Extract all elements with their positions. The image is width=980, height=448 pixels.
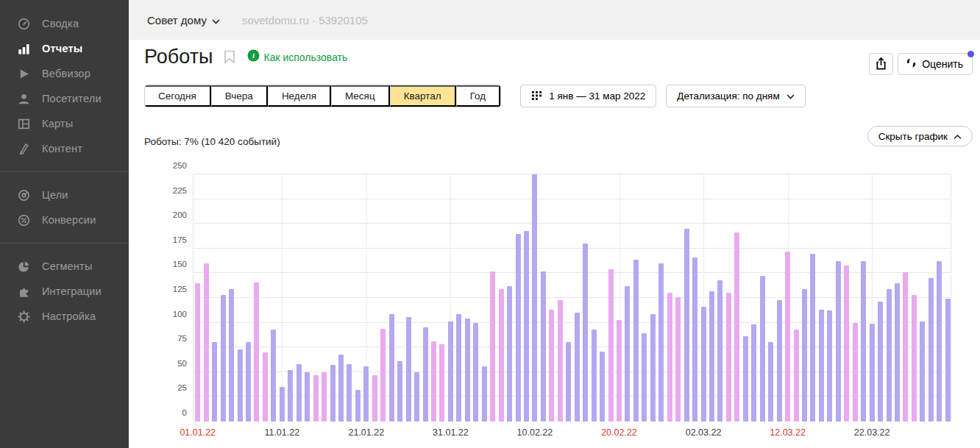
- bar[interactable]: [482, 366, 487, 422]
- bar[interactable]: [490, 271, 495, 422]
- bar[interactable]: [928, 278, 934, 422]
- sidebar-item-content[interactable]: Контент: [0, 136, 129, 161]
- bar[interactable]: [280, 387, 285, 422]
- sidebar-item-reports[interactable]: Отчеты: [0, 36, 129, 61]
- bar[interactable]: [709, 291, 714, 422]
- bar[interactable]: [473, 323, 478, 422]
- bar[interactable]: [658, 263, 664, 422]
- hide-chart-button[interactable]: Скрыть график: [867, 126, 973, 146]
- sidebar-item-settings[interactable]: Настройка: [0, 304, 129, 329]
- bookmark-icon[interactable]: [224, 50, 235, 64]
- bar[interactable]: [625, 286, 630, 422]
- bar[interactable]: [516, 234, 521, 422]
- bar[interactable]: [271, 330, 276, 422]
- period-quarter-button[interactable]: Квартал: [390, 85, 456, 107]
- bar[interactable]: [431, 341, 436, 422]
- bar[interactable]: [819, 310, 824, 422]
- sidebar-item-integrations[interactable]: Интеграции: [0, 279, 129, 304]
- bar[interactable]: [870, 324, 875, 422]
- bar[interactable]: [414, 372, 419, 422]
- bar[interactable]: [338, 355, 344, 422]
- bar[interactable]: [212, 342, 217, 422]
- bar[interactable]: [717, 280, 722, 422]
- detail-dropdown[interactable]: Детализация: по дням: [666, 85, 805, 107]
- bar[interactable]: [238, 349, 243, 422]
- bar[interactable]: [221, 295, 226, 422]
- bar[interactable]: [558, 300, 563, 422]
- bar[interactable]: [810, 254, 815, 422]
- bar[interactable]: [305, 372, 310, 422]
- bar[interactable]: [575, 313, 580, 422]
- sidebar-item-maps[interactable]: Карты: [0, 111, 129, 136]
- sidebar-item-webvisor[interactable]: Вебвизор: [0, 61, 129, 86]
- sidebar-item-conversions[interactable]: Конверсии: [0, 207, 129, 232]
- bar[interactable]: [945, 299, 951, 422]
- bar[interactable]: [372, 375, 377, 422]
- bar[interactable]: [844, 266, 849, 422]
- bar[interactable]: [297, 364, 302, 422]
- sidebar-item-goals[interactable]: Цели: [0, 182, 129, 207]
- bar[interactable]: [263, 352, 268, 422]
- bar[interactable]: [322, 372, 327, 422]
- period-month-button[interactable]: Месяц: [331, 85, 390, 107]
- bar[interactable]: [878, 302, 883, 422]
- bar[interactable]: [777, 300, 782, 422]
- sidebar-item-visitors[interactable]: Посетители: [0, 86, 129, 111]
- bar[interactable]: [667, 293, 672, 422]
- bar[interactable]: [195, 283, 200, 422]
- bar[interactable]: [600, 352, 605, 422]
- bar[interactable]: [204, 263, 209, 422]
- bar[interactable]: [760, 276, 765, 422]
- period-yesterday-button[interactable]: Вчера: [211, 85, 268, 107]
- bar[interactable]: [912, 295, 917, 422]
- bar[interactable]: [389, 314, 394, 422]
- bar[interactable]: [768, 342, 773, 422]
- bar[interactable]: [726, 293, 731, 422]
- bar[interactable]: [448, 321, 453, 422]
- bar[interactable]: [794, 330, 799, 422]
- bar[interactable]: [827, 310, 832, 422]
- date-range-button[interactable]: 1 янв — 31 мар 2022: [520, 85, 656, 107]
- bar[interactable]: [692, 257, 697, 422]
- bar[interactable]: [583, 243, 588, 422]
- bar[interactable]: [566, 342, 571, 422]
- bar[interactable]: [861, 261, 866, 422]
- bar[interactable]: [608, 269, 614, 422]
- bar[interactable]: [507, 286, 512, 422]
- bar[interactable]: [465, 319, 470, 422]
- bar[interactable]: [895, 283, 900, 422]
- bar[interactable]: [642, 333, 647, 422]
- bar[interactable]: [701, 307, 706, 422]
- bar[interactable]: [549, 310, 554, 422]
- bar[interactable]: [347, 364, 352, 422]
- bar[interactable]: [288, 370, 293, 422]
- bar[interactable]: [246, 342, 251, 422]
- rate-button[interactable]: Оценить: [898, 53, 973, 75]
- bar[interactable]: [380, 329, 386, 422]
- bar[interactable]: [675, 297, 681, 422]
- bar[interactable]: [743, 336, 748, 422]
- bar[interactable]: [734, 232, 739, 422]
- bar[interactable]: [751, 324, 756, 422]
- bar[interactable]: [903, 272, 908, 422]
- bar[interactable]: [423, 327, 428, 422]
- counter-selector[interactable]: Совет дому: [147, 14, 220, 26]
- bar[interactable]: [920, 321, 925, 422]
- period-year-button[interactable]: Год: [456, 85, 501, 107]
- bar[interactable]: [532, 174, 537, 422]
- bar[interactable]: [836, 261, 841, 422]
- sidebar-item-segments[interactable]: Сегменты: [0, 254, 129, 279]
- help-link[interactable]: i Как использовать: [247, 49, 348, 65]
- bar[interactable]: [853, 323, 858, 422]
- bar[interactable]: [499, 289, 504, 422]
- bar[interactable]: [650, 314, 656, 422]
- bar[interactable]: [541, 271, 546, 422]
- bar[interactable]: [330, 365, 335, 422]
- bar[interactable]: [363, 366, 369, 422]
- bar[interactable]: [785, 252, 790, 422]
- bar[interactable]: [254, 282, 259, 422]
- bar[interactable]: [937, 261, 942, 422]
- bar[interactable]: [439, 344, 444, 422]
- bar[interactable]: [684, 229, 689, 422]
- bar[interactable]: [592, 330, 597, 422]
